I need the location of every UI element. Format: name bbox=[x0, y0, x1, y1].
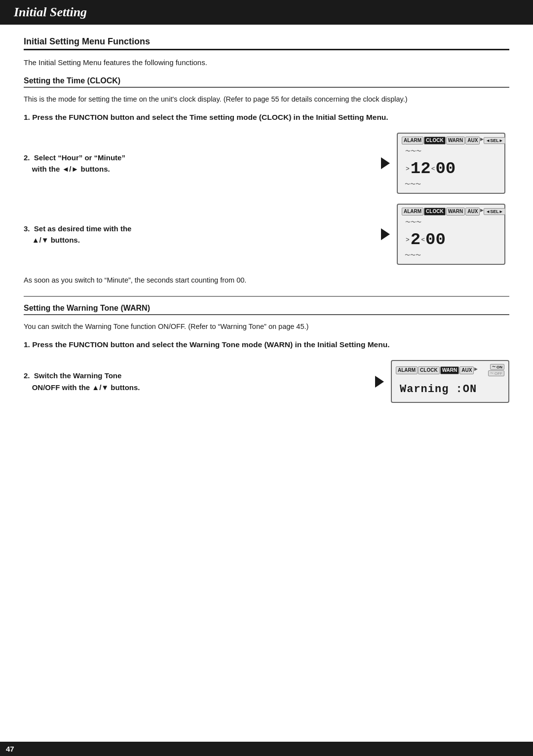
lcd1-lt: < bbox=[431, 165, 435, 173]
lcd-panel-3: ALARM CLOCK WARN AUX ▶ 〜 ON 〜 bbox=[391, 360, 509, 403]
lcd1-tab-warn: WARN bbox=[446, 137, 465, 144]
lcd1-main: > 12 < 00 bbox=[402, 156, 500, 180]
page-title: Initial Setting bbox=[14, 5, 519, 20]
lcd2-top-wave: 〜〜〜 bbox=[402, 217, 500, 227]
lcd3-warning-text: Warning :ON bbox=[400, 383, 477, 396]
lcd3-right-indicators: 〜 ON 〜 OFF bbox=[488, 364, 504, 376]
lcd-panel-2: ALARM CLOCK WARN AUX ▶ ◄SEL► 〜〜〜 > 2 < 0… bbox=[397, 204, 505, 265]
lcd3-off-label: OFF bbox=[495, 371, 502, 376]
warn-step2-block: 2. Switch the Warning Tone ON/OFF with t… bbox=[24, 360, 509, 403]
step3-number: 3. bbox=[24, 224, 32, 233]
warn-step1-number: 1. bbox=[24, 340, 30, 349]
lcd3-tab-clock: CLOCK bbox=[418, 366, 440, 374]
page-number: 47 bbox=[6, 745, 14, 753]
warn-step2-line2: ON/OFF with the ▲/▼ buttons. bbox=[32, 383, 140, 392]
warn-step2-number: 2. bbox=[24, 371, 32, 380]
section-separator bbox=[24, 296, 509, 297]
step2-line1: Select “Hour” or “Minute” bbox=[34, 153, 125, 162]
step2-line2: with the ◄/► buttons. bbox=[32, 165, 110, 173]
subsection-warn-title: Setting the Warning Tone (WARN) bbox=[24, 304, 509, 313]
lcd2-main: > 2 < 00 bbox=[402, 227, 500, 252]
lcd1-tab-clock: CLOCK bbox=[424, 137, 446, 144]
warn-step2-display: ALARM CLOCK WARN AUX ▶ 〜 ON 〜 bbox=[375, 360, 509, 403]
lcd2-tabs: ALARM CLOCK WARN AUX ▶ bbox=[402, 208, 484, 216]
intro-text: The Initial Setting Menu features the fo… bbox=[24, 58, 509, 67]
clock-body-text: This is the mode for setting the time on… bbox=[24, 94, 509, 105]
clock-note-text: As soon as you switch to “Minute”, the s… bbox=[24, 275, 509, 286]
lcd2-tab-warn: WARN bbox=[446, 208, 465, 216]
lcd2-tab-alarm: ALARM bbox=[402, 208, 423, 216]
section-heading: Initial Setting Menu Functions bbox=[24, 36, 509, 50]
step2-number: 2. bbox=[24, 153, 32, 162]
lcd1-arrow: ▶ bbox=[480, 137, 484, 144]
lcd2-gt: > bbox=[406, 236, 410, 244]
lcd2-tab-aux: AUX bbox=[465, 208, 480, 216]
lcd1-gt: > bbox=[406, 165, 410, 173]
lcd3-on-wave: 〜 bbox=[492, 364, 495, 369]
lcd3-on-box: 〜 ON bbox=[490, 364, 504, 370]
clock-step3-display: ALARM CLOCK WARN AUX ▶ ◄SEL► 〜〜〜 > 2 < 0… bbox=[381, 204, 509, 265]
warn-step2-line1: Switch the Warning Tone bbox=[34, 371, 122, 380]
clock-step2-text: 2. Select “Hour” or “Minute” with the ◄/… bbox=[24, 152, 381, 175]
warn-step1-text: Press the FUNCTION button and select the… bbox=[32, 340, 389, 349]
warn-step1: 1. Press the FUNCTION button and select … bbox=[24, 339, 509, 351]
lcd3-top-bar: ALARM CLOCK WARN AUX ▶ 〜 ON 〜 bbox=[396, 364, 504, 376]
lcd3-arrow: ▶ bbox=[474, 366, 478, 374]
lcd2-min-digits: 00 bbox=[425, 231, 446, 248]
lcd1-sel-box: ◄SEL► bbox=[484, 137, 505, 144]
lcd1-tabs: ALARM CLOCK WARN AUX ▶ bbox=[402, 137, 484, 144]
clock-step1: 1. Press the FUNCTION button and select … bbox=[24, 111, 509, 124]
lcd3-tabs: ALARM CLOCK WARN AUX ▶ bbox=[396, 366, 478, 374]
lcd1-bottom-wave: 〜〜〜 bbox=[402, 180, 500, 190]
lcd1-hour-digits: 12 bbox=[411, 160, 431, 177]
clock-step3-text: 3. Set as desired time with the ▲/▼ butt… bbox=[24, 223, 381, 246]
clock-step3-block: 3. Set as desired time with the ▲/▼ butt… bbox=[24, 204, 509, 265]
lcd-panel-1: ALARM CLOCK WARN AUX ▶ ◄SEL► 〜〜〜 > 12 < … bbox=[397, 133, 505, 194]
step3-line2: ▲/▼ buttons. bbox=[32, 236, 80, 244]
lcd2-bottom-wave: 〜〜〜 bbox=[402, 252, 500, 261]
page-header: Initial Setting bbox=[0, 0, 533, 25]
lcd3-off-box: 〜 OFF bbox=[488, 370, 504, 376]
lcd2-arrow: ▶ bbox=[480, 208, 484, 216]
step1-text: Press the FUNCTION button and select the… bbox=[32, 113, 388, 121]
lcd2-sel-box: ◄SEL► bbox=[484, 208, 505, 215]
arrow-icon-3 bbox=[375, 376, 384, 388]
step3-line1: Set as desired time with the bbox=[34, 224, 132, 233]
lcd1-top-bar: ALARM CLOCK WARN AUX ▶ ◄SEL► bbox=[402, 137, 500, 144]
subsection-clock-heading: Setting the Time (CLOCK) bbox=[24, 76, 509, 88]
arrow-icon-2 bbox=[381, 228, 390, 240]
lcd3-on-label: ON bbox=[496, 365, 502, 369]
clock-step2-block: 2. Select “Hour” or “Minute” with the ◄/… bbox=[24, 133, 509, 194]
lcd1-top-wave: 〜〜〜 bbox=[402, 146, 500, 156]
lcd3-main: Warning :ON bbox=[396, 378, 504, 399]
lcd2-hour-digit: 2 bbox=[411, 231, 420, 248]
lcd3-tab-warn: WARN bbox=[440, 366, 459, 374]
lcd1-sel-label: ◄SEL► bbox=[486, 138, 503, 143]
lcd2-tab-clock: CLOCK bbox=[424, 208, 446, 216]
warn-body-text: You can switch the Warning Tone function… bbox=[24, 321, 509, 332]
step1-number: 1. bbox=[24, 113, 30, 121]
lcd1-tab-aux: AUX bbox=[465, 137, 480, 144]
lcd2-sel-label: ◄SEL► bbox=[486, 209, 503, 214]
subsection-clock-title: Setting the Time (CLOCK) bbox=[24, 76, 509, 85]
page-number-bar: 47 bbox=[0, 742, 533, 756]
lcd3-tab-alarm: ALARM bbox=[396, 366, 418, 374]
warn-step2-text: 2. Switch the Warning Tone ON/OFF with t… bbox=[24, 370, 375, 393]
lcd1-tab-alarm: ALARM bbox=[402, 137, 423, 144]
lcd2-top-bar: ALARM CLOCK WARN AUX ▶ ◄SEL► bbox=[402, 208, 500, 216]
lcd3-tab-aux: AUX bbox=[459, 366, 474, 374]
lcd3-off-wave: 〜 bbox=[490, 371, 494, 376]
lcd2-lt: < bbox=[421, 236, 425, 244]
lcd1-min-digits: 00 bbox=[435, 160, 456, 177]
section-title: Initial Setting Menu Functions bbox=[24, 36, 509, 47]
clock-step2-display: ALARM CLOCK WARN AUX ▶ ◄SEL► 〜〜〜 > 12 < … bbox=[381, 133, 509, 194]
subsection-warn-heading: Setting the Warning Tone (WARN) bbox=[24, 304, 509, 315]
arrow-icon-1 bbox=[381, 157, 390, 169]
